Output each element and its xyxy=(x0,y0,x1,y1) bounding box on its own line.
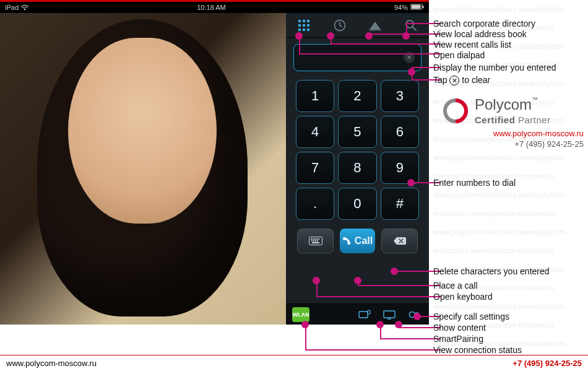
svg-rect-20 xyxy=(311,240,313,242)
key-1[interactable]: 1 xyxy=(296,80,334,112)
svg-rect-19 xyxy=(318,238,319,240)
partner-cert: Certified Partner xyxy=(475,115,551,125)
annotation-display1: Display the number you entered xyxy=(433,63,556,72)
show-content-button[interactable] xyxy=(381,307,398,322)
call-button[interactable]: Call xyxy=(340,229,375,253)
clear-glyph-icon: ✕ xyxy=(449,76,459,85)
svg-rect-7 xyxy=(303,24,305,27)
key-6[interactable]: 6 xyxy=(381,116,419,148)
svg-rect-1 xyxy=(411,5,420,9)
device-label: iPad xyxy=(5,4,19,11)
svg-rect-3 xyxy=(298,20,301,22)
footer-link[interactable]: www.polycom-moscow.ru xyxy=(6,359,97,368)
action-row: Call xyxy=(286,224,429,261)
keyboard-icon xyxy=(309,237,322,245)
svg-rect-9 xyxy=(298,28,301,31)
svg-rect-23 xyxy=(317,240,318,242)
page-footer: www.polycom-moscow.ru +7 (495) 924-25-25 xyxy=(0,355,588,371)
key-3[interactable]: 3 xyxy=(381,80,419,112)
svg-rect-11 xyxy=(307,28,309,31)
svg-rect-8 xyxy=(307,24,309,27)
partner-block: Polycom™ Certified Partner www.polycom-m… xyxy=(441,96,584,149)
dialpad-grid: 123456789.0# xyxy=(286,74,429,224)
svg-rect-15 xyxy=(311,238,312,240)
key-#[interactable]: # xyxy=(381,188,419,220)
footer-phone: +7 (495) 924-25-25 xyxy=(512,359,582,368)
annotation-content: Show content xyxy=(433,323,486,333)
annotation-search: Search corporate directory xyxy=(433,19,535,28)
number-display[interactable]: × xyxy=(293,44,422,71)
svg-rect-10 xyxy=(303,28,305,31)
clock: 10:18 AM xyxy=(197,4,225,11)
key-0[interactable]: 0 xyxy=(338,188,376,220)
annotation-dialpad: Open dialpad xyxy=(433,50,485,60)
key-9[interactable]: 9 xyxy=(381,152,419,184)
key-.[interactable]: . xyxy=(296,188,334,220)
connection-status-button[interactable]: WLAN xyxy=(292,307,309,322)
key-4[interactable]: 4 xyxy=(296,116,334,148)
svg-rect-27 xyxy=(384,311,395,318)
annotation-contacts: View local address book xyxy=(433,29,527,39)
svg-rect-2 xyxy=(422,6,423,8)
backspace-icon xyxy=(393,237,407,245)
partner-link[interactable]: www.polycom-moscow.ru xyxy=(441,129,584,138)
camera-preview xyxy=(0,13,286,325)
svg-rect-24 xyxy=(312,242,319,243)
call-label: Call xyxy=(355,235,373,247)
svg-rect-17 xyxy=(314,238,316,240)
svg-rect-18 xyxy=(316,238,318,240)
delete-button[interactable] xyxy=(381,229,418,253)
partner-brand: Polycom™ xyxy=(475,96,551,113)
annotation-settings: Specify call settings xyxy=(433,312,509,321)
annotation-pairing: SmartPairing xyxy=(433,334,483,344)
ipad-screenshot: iPad 10:18 AM 94% xyxy=(0,0,429,325)
keyboard-button[interactable] xyxy=(297,229,334,253)
svg-rect-22 xyxy=(315,240,316,242)
svg-rect-5 xyxy=(307,20,309,22)
wifi-icon xyxy=(21,4,28,11)
smartpairing-button[interactable] xyxy=(356,307,373,322)
svg-rect-25 xyxy=(359,312,368,318)
battery-icon xyxy=(410,4,424,11)
key-2[interactable]: 2 xyxy=(338,80,376,112)
polycom-logo-icon xyxy=(441,97,470,125)
svg-rect-26 xyxy=(368,310,370,314)
key-7[interactable]: 7 xyxy=(296,152,334,184)
tab-recents[interactable] xyxy=(329,17,350,34)
annotation-place: Place a call xyxy=(433,281,478,290)
annotation-display2: Tap ✕ to clear xyxy=(433,75,490,85)
annotation-delete: Delete characters you entered xyxy=(433,266,550,276)
partner-phone: +7 (495) 924-25-25 xyxy=(441,139,584,149)
key-8[interactable]: 8 xyxy=(338,152,376,184)
tab-search[interactable] xyxy=(400,17,422,34)
status-bar: iPad 10:18 AM 94% xyxy=(0,2,429,13)
key-5[interactable]: 5 xyxy=(338,116,376,148)
tab-contacts[interactable] xyxy=(365,17,386,34)
svg-rect-4 xyxy=(303,20,305,22)
annotation-recents: View recent calls list xyxy=(433,40,511,50)
phone-icon xyxy=(342,237,351,245)
svg-rect-21 xyxy=(313,240,314,242)
annotation-connstatus: View connection status xyxy=(433,345,522,355)
annotation-keyboard: Open keyboard xyxy=(433,292,493,302)
svg-rect-6 xyxy=(298,24,301,27)
wlan-label: WLAN xyxy=(293,312,309,318)
svg-rect-16 xyxy=(313,238,314,240)
battery-percent: 94% xyxy=(394,4,408,11)
annotation-enter: Enter numbers to dial xyxy=(433,178,516,188)
close-icon: × xyxy=(407,53,411,62)
tab-dialpad[interactable] xyxy=(293,17,314,34)
